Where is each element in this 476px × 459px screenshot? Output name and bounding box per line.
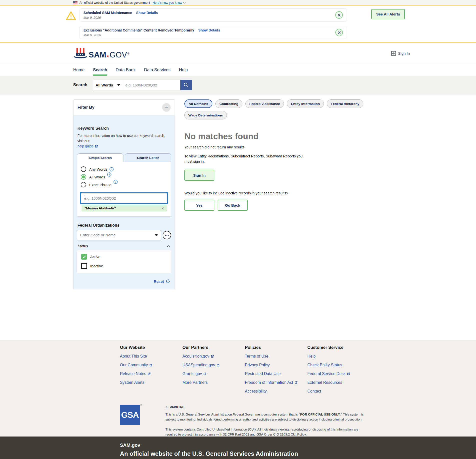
nav-data-bank[interactable]: Data Bank (116, 64, 135, 76)
alert-date: Mar 6, 2026 (83, 33, 335, 37)
pill-federal-assistance[interactable]: Federal Assistance (245, 99, 284, 108)
external-link-icon (203, 372, 206, 376)
pill-wage-determinations[interactable]: Wage Determinations (184, 111, 227, 119)
checkbox-active[interactable] (81, 254, 87, 260)
footer-link-federal-service-desk[interactable]: Federal Service Desk (307, 372, 370, 376)
sign-in-required-message: To view Entity Registrations, Subcontrac… (184, 154, 309, 164)
pill-federal-hierarchy[interactable]: Federal Hierarchy (327, 99, 363, 108)
footer-link-our-community[interactable]: Our Community (120, 363, 182, 367)
reset-icon (166, 279, 170, 284)
sam-gov-logo[interactable]: SAM GOV ® (73, 47, 129, 59)
footer-link-system-alerts[interactable]: System Alerts (120, 380, 182, 385)
nav-data-services[interactable]: Data Services (144, 64, 170, 76)
footer-link-help[interactable]: Help (307, 354, 370, 359)
alerts-list: Scheduled SAM Maintenance Show Details M… (79, 8, 347, 39)
alert-date: Mar 9, 2026 (83, 16, 335, 19)
footer-link-check-entity-status[interactable]: Check Entity Status (307, 363, 370, 367)
footer-link-more-partners[interactable]: More Partners (182, 380, 245, 385)
go-back-button[interactable]: Go Back (218, 200, 248, 211)
gsa-logo: GSA ® (120, 405, 140, 437)
warning-block: ⚠ WARNING This is a U.S. General Service… (165, 405, 368, 437)
sign-in-button[interactable]: Sign In (184, 170, 214, 181)
footer-link-foia[interactable]: Freedom of Information Act (245, 380, 307, 385)
logo-sam-text: SAM (89, 50, 106, 59)
federal-organizations-heading: Federal Organizations (77, 223, 171, 228)
sign-in-icon (391, 51, 396, 56)
radio-all-words[interactable] (81, 174, 86, 180)
chip-remove-icon[interactable]: × (162, 206, 164, 210)
chevron-down-icon (183, 2, 186, 3)
filter-panel: Filter By − Keyword Search For more info… (73, 99, 175, 289)
search-label: Search (73, 82, 87, 87)
reset-filters-link[interactable]: Reset (154, 279, 164, 284)
info-icon[interactable]: i (109, 167, 114, 171)
status-options: Active Inactive (77, 250, 171, 273)
keyword-input[interactable] (81, 193, 167, 203)
alert-show-details-link[interactable]: Show Details (136, 11, 158, 15)
pill-entity-information[interactable]: Entity Information (287, 99, 324, 108)
external-link-icon (294, 381, 298, 384)
radio-all-words-label: All Words (89, 175, 105, 179)
close-icon (338, 13, 341, 17)
search-input[interactable] (123, 80, 180, 90)
footer-agency-line: An official website of the U.S. General … (120, 450, 476, 457)
yes-button[interactable]: Yes (184, 200, 214, 211)
pill-all-domains[interactable]: All Domains (184, 99, 212, 108)
info-icon[interactable]: i (107, 172, 111, 177)
nav-home[interactable]: Home (73, 64, 84, 76)
status-section-toggle[interactable]: Status (78, 244, 170, 248)
uncle-sam-hat-icon (73, 47, 88, 59)
pill-contracting[interactable]: Contracting (215, 99, 242, 108)
footer-link-external-resources[interactable]: External Resources (307, 380, 370, 385)
footer-link-acquisition-gov[interactable]: Acquisition.gov (182, 354, 245, 359)
external-link-icon (149, 364, 152, 367)
ellipsis-icon (165, 235, 169, 236)
see-all-alerts-button[interactable]: See All Alerts (371, 9, 405, 19)
footer-link-release-notes[interactable]: Release Notes (120, 372, 182, 376)
help-guide-link[interactable]: help guide (77, 144, 98, 149)
footer-link-contact[interactable]: Contact (307, 389, 370, 394)
nav-search[interactable]: Search (93, 64, 107, 76)
star-icon (106, 55, 109, 57)
main-nav: Home Search Data Bank Data Services Help (0, 64, 476, 76)
info-icon[interactable]: i (113, 180, 118, 184)
caret-down-icon (155, 234, 158, 236)
footer-link-terms-of-use[interactable]: Terms of Use (245, 354, 307, 359)
checkbox-inactive[interactable] (81, 263, 87, 269)
footer-link-grants-gov[interactable]: Grants.gov (182, 372, 245, 376)
gov-banner-text: An official website of the United States… (79, 1, 150, 4)
tab-simple-search[interactable]: Simple Search (77, 153, 123, 162)
footer-link-restricted-data-use[interactable]: Restricted Data Use (245, 372, 307, 376)
collapse-filters-button[interactable]: − (162, 103, 171, 112)
alert-row: Exclusions “Additional Comments” Content… (79, 26, 347, 39)
site-header: SAM GOV ® Sign In (0, 43, 476, 64)
footer-link-accessibility[interactable]: Accessibility (245, 389, 307, 394)
site-footer: Our Website About This Site Our Communit… (0, 340, 476, 437)
us-flag-icon (73, 1, 77, 4)
how-you-know-link[interactable]: Here’s how you know (153, 1, 186, 4)
inactive-records-question: Would you like to include inactive recor… (184, 191, 405, 195)
nav-help[interactable]: Help (179, 64, 188, 76)
gsa-trademark: ® (140, 404, 142, 406)
svg-text:i: i (115, 180, 116, 183)
search-button[interactable] (180, 80, 192, 90)
more-options-button[interactable] (163, 231, 171, 239)
alert-close-button[interactable] (335, 11, 343, 19)
filter-by-title: Filter By (77, 105, 94, 110)
search-mode-select[interactable]: All Words (93, 80, 123, 90)
header-sign-in-link[interactable]: Sign In (391, 51, 410, 56)
footer-link-about-this-site[interactable]: About This Site (120, 354, 182, 359)
alert-show-details-link[interactable]: Show Details (198, 28, 220, 32)
radio-exact-phrase[interactable] (81, 182, 86, 187)
identifier-footer: SAM.gov An official website of the U.S. … (0, 437, 476, 459)
close-icon (338, 31, 341, 34)
radio-any-words[interactable] (81, 166, 86, 172)
search-icon (183, 82, 189, 88)
federal-org-combobox[interactable]: Enter Code or Name (77, 230, 161, 240)
footer-link-privacy-policy[interactable]: Privacy Policy (245, 363, 307, 367)
tab-search-editor[interactable]: Search Editor (125, 153, 171, 162)
footer-link-usaspending-gov[interactable]: USASpending.gov (182, 363, 245, 367)
external-link-icon (95, 145, 98, 148)
warning-title: WARNING (170, 405, 184, 409)
alert-close-button[interactable] (335, 29, 343, 36)
